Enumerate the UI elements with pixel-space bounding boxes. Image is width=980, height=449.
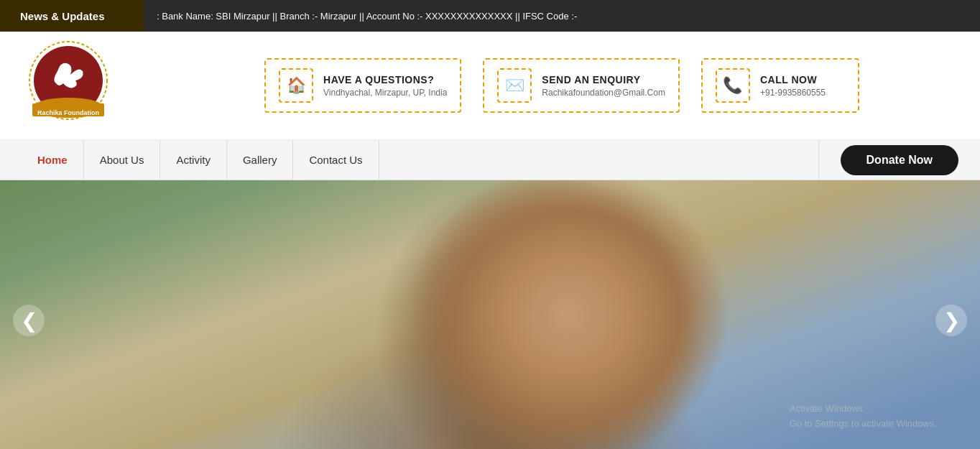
hero-next-button[interactable]: ❯ — [935, 305, 967, 336]
contact-title-3: CALL NOW — [760, 74, 826, 85]
news-tab-label: News & Updates — [20, 10, 105, 22]
nav-item-home[interactable]: Home — [22, 140, 84, 180]
phone-icon: 📞 — [716, 68, 750, 103]
nav-divider — [379, 140, 819, 180]
nav-item-about[interactable]: About Us — [84, 140, 161, 180]
envelope-icon: ✉️ — [497, 68, 532, 103]
site-header: Rachika Foundation 🏠 HAVE A QUESTIONS? V… — [0, 32, 980, 140]
nav-links: Home About Us Activity Gallery Contact U… — [22, 140, 819, 180]
header-contacts: 🏠 HAVE A QUESTIONS? Vindhyachal, Mirzapu… — [165, 58, 958, 113]
contact-title-2: SEND AN ENQUIRY — [542, 74, 665, 85]
logo: Rachika Foundation — [22, 39, 115, 132]
watermark-text: Activate Windows Go to Settings to activ… — [790, 402, 937, 432]
donate-now-button[interactable]: Donate Now — [841, 145, 958, 175]
hero-section: ❮ ❯ Activate Windows Go to Settings to a… — [0, 180, 980, 449]
ticker-text: : Bank Name: SBI Mirzapur || Branch :- M… — [144, 11, 577, 22]
watermark-line2: Go to Settings to activate Windows. — [790, 417, 937, 432]
contact-title-1: HAVE A QUESTIONS? — [323, 74, 447, 85]
hero-prev-button[interactable]: ❮ — [13, 305, 45, 336]
nav-item-activity[interactable]: Activity — [160, 140, 227, 180]
watermark-line1: Activate Windows — [790, 402, 937, 417]
contact-sub-3: +91-9935860555 — [760, 88, 826, 98]
home-icon: 🏠 — [279, 68, 313, 103]
logo-area[interactable]: Rachika Foundation — [22, 39, 165, 132]
news-updates-tab[interactable]: News & Updates — [0, 0, 144, 32]
svg-text:Rachika Foundation: Rachika Foundation — [37, 109, 99, 116]
nav-item-contact[interactable]: Contact Us — [293, 140, 379, 180]
nav-item-gallery[interactable]: Gallery — [227, 140, 294, 180]
contact-box-address: 🏠 HAVE A QUESTIONS? Vindhyachal, Mirzapu… — [264, 58, 461, 113]
top-bar: News & Updates : Bank Name: SBI Mirzapur… — [0, 0, 980, 32]
contact-box-phone: 📞 CALL NOW +91-9935860555 — [701, 58, 859, 113]
contact-box-email: ✉️ SEND AN ENQUIRY Rachikafoundation@Gma… — [483, 58, 680, 113]
contact-sub-2: Rachikafoundation@Gmail.Com — [542, 88, 665, 98]
contact-sub-1: Vindhyachal, Mirzapur, UP, India — [323, 88, 447, 98]
main-navbar: Home About Us Activity Gallery Contact U… — [0, 140, 980, 180]
